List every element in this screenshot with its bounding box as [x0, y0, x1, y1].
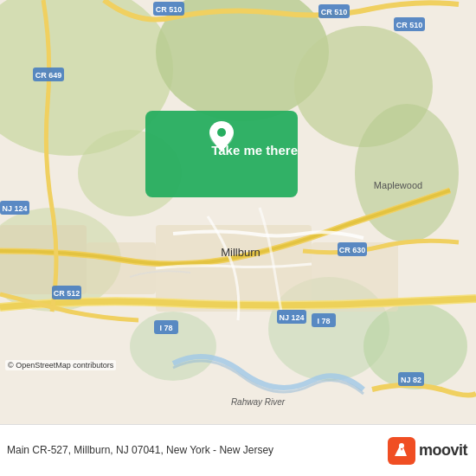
- svg-text:CR 510: CR 510: [321, 8, 348, 16]
- svg-text:Millburn: Millburn: [221, 246, 261, 259]
- bottom-bar: Main CR-527, Millburn, NJ 07041, New Yor…: [0, 424, 476, 476]
- svg-text:Rahway River: Rahway River: [231, 397, 286, 407]
- svg-text:Maplewood: Maplewood: [374, 180, 422, 190]
- svg-point-43: [399, 443, 404, 448]
- take-me-there-label: Take me there: [211, 143, 298, 158]
- svg-text:CR 649: CR 649: [35, 71, 62, 80]
- svg-text:NJ 124: NJ 124: [279, 313, 304, 322]
- moovit-logo-text: moovit: [419, 441, 467, 460]
- osm-attribution: © OpenStreetMap contributors: [5, 360, 116, 370]
- svg-point-6: [355, 104, 459, 242]
- svg-text:CR 512: CR 512: [54, 289, 80, 298]
- take-me-there-button[interactable]: Take me there: [145, 111, 298, 197]
- map-container: CR 510 CR 510 CR 510 CR 649 NJ 124 NJ 12…: [0, 0, 476, 424]
- moovit-logo-icon: [388, 437, 415, 465]
- address-text: Main CR-527, Millburn, NJ 07041, New Yor…: [7, 443, 388, 458]
- svg-text:NJ 82: NJ 82: [401, 376, 421, 384]
- svg-text:I 78: I 78: [317, 317, 330, 325]
- svg-text:CR 510: CR 510: [156, 5, 183, 14]
- svg-text:NJ 124: NJ 124: [2, 204, 27, 213]
- svg-text:CR 510: CR 510: [396, 21, 423, 29]
- svg-rect-13: [0, 225, 87, 294]
- svg-text:I 78: I 78: [159, 324, 172, 332]
- svg-rect-11: [87, 242, 156, 294]
- svg-text:CR 630: CR 630: [339, 246, 366, 254]
- moovit-logo: moovit: [388, 437, 467, 465]
